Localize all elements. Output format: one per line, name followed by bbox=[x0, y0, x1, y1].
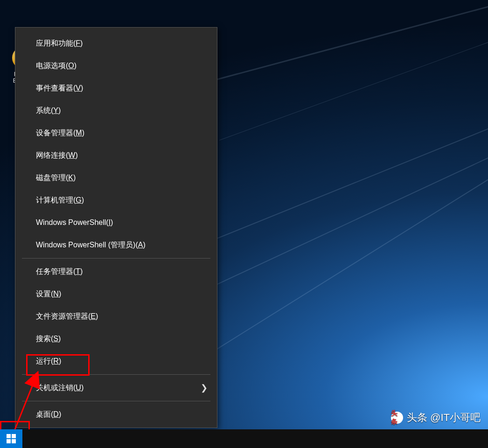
menu-item-powershell-admin[interactable]: Windows PowerShell (管理员)(A) bbox=[15, 234, 217, 256]
menu-item-label: Windows PowerShell(I) bbox=[36, 218, 113, 227]
chevron-right-icon: ❯ bbox=[201, 383, 208, 393]
menu-item-label: 事件查看器(V) bbox=[36, 84, 83, 93]
menu-item-label: 关机或注销(U) bbox=[36, 383, 84, 393]
watermark-text: 头条 @IT小哥吧 bbox=[407, 411, 481, 425]
menu-item-label: 桌面(D) bbox=[36, 410, 61, 420]
menu-item-network-connections[interactable]: 网络连接(W) bbox=[15, 144, 217, 167]
menu-item-event-viewer[interactable]: 事件查看器(V) bbox=[15, 77, 217, 99]
menu-item-label: 网络连接(W) bbox=[36, 151, 78, 161]
menu-item-task-manager[interactable]: 任务管理器(T) bbox=[15, 260, 217, 283]
winx-context-menu: 应用和功能(F)电源选项(O)事件查看器(V)系统(Y)设备管理器(M)网络连接… bbox=[15, 27, 217, 428]
menu-item-label: 磁盘管理(K) bbox=[36, 173, 76, 183]
menu-item-computer-management[interactable]: 计算机管理(G) bbox=[15, 189, 217, 211]
bg-light-line bbox=[205, 85, 488, 244]
bg-light-line bbox=[215, 0, 488, 81]
menu-item-desktop-item[interactable]: 桌面(D) bbox=[15, 403, 217, 426]
taskbar bbox=[0, 429, 488, 448]
menu-separator bbox=[22, 374, 210, 375]
menu-item-disk-management[interactable]: 磁盘管理(K) bbox=[15, 167, 217, 189]
menu-item-settings[interactable]: 设置(N) bbox=[15, 283, 217, 305]
bg-light-line bbox=[215, 152, 488, 351]
menu-separator bbox=[22, 258, 210, 259]
bg-light-line bbox=[219, 0, 488, 140]
menu-item-shutdown-signout[interactable]: 关机或注销(U)❯ bbox=[15, 377, 217, 399]
menu-item-label: Windows PowerShell (管理员)(A) bbox=[36, 240, 146, 250]
menu-item-search[interactable]: 搜索(S) bbox=[15, 328, 217, 350]
menu-item-label: 任务管理器(T) bbox=[36, 267, 83, 277]
menu-item-file-explorer[interactable]: 文件资源管理器(E) bbox=[15, 305, 217, 328]
menu-item-powershell[interactable]: Windows PowerShell(I) bbox=[15, 211, 217, 234]
bg-light-line bbox=[205, 112, 488, 290]
menu-item-system[interactable]: 系统(Y) bbox=[15, 99, 217, 122]
menu-item-label: 搜索(S) bbox=[36, 334, 61, 344]
menu-item-label: 应用和功能(F) bbox=[36, 39, 83, 49]
menu-item-label: 运行(R) bbox=[36, 357, 61, 366]
watermark: 头条 头条 @IT小哥吧 bbox=[391, 411, 481, 425]
menu-separator bbox=[22, 401, 210, 401]
menu-item-apps-and-features[interactable]: 应用和功能(F) bbox=[15, 32, 217, 55]
windows-logo-icon bbox=[7, 434, 16, 443]
menu-item-label: 系统(Y) bbox=[36, 106, 61, 116]
menu-item-label: 文件资源管理器(E) bbox=[36, 312, 98, 322]
menu-item-device-manager[interactable]: 设备管理器(M) bbox=[15, 122, 217, 144]
watermark-icon: 头条 bbox=[391, 412, 403, 424]
menu-item-run[interactable]: 运行(R) bbox=[15, 350, 217, 372]
menu-item-power-options[interactable]: 电源选项(O) bbox=[15, 55, 217, 77]
menu-item-label: 设备管理器(M) bbox=[36, 128, 84, 138]
menu-item-label: 计算机管理(G) bbox=[36, 196, 84, 205]
menu-item-label: 设置(N) bbox=[36, 289, 61, 299]
desktop: 回收站 InternetExplorer 应用和功能(F)电源选项(O)事件查看… bbox=[0, 0, 488, 448]
start-button[interactable] bbox=[0, 429, 22, 448]
menu-item-label: 电源选项(O) bbox=[36, 61, 77, 71]
